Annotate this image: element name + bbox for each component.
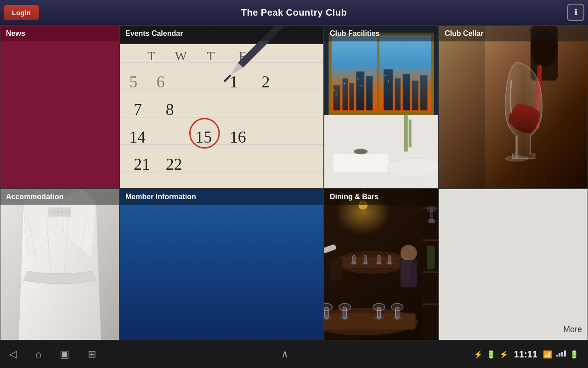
cellar-image xyxy=(439,26,588,188)
dining-label: Dining & Bars xyxy=(324,189,438,205)
dining-tile[interactable]: Dining & Bars xyxy=(324,189,439,340)
svg-rect-47 xyxy=(344,83,345,84)
svg-rect-48 xyxy=(357,78,358,79)
svg-point-117 xyxy=(339,303,351,310)
svg-point-114 xyxy=(324,303,333,310)
battery-level-icon: 🔋 xyxy=(570,350,579,359)
svg-rect-49 xyxy=(361,85,362,86)
svg-point-123 xyxy=(391,303,403,310)
clock: 11:11 xyxy=(514,349,537,360)
svg-rect-45 xyxy=(334,90,335,91)
events-label: Events Calendar xyxy=(120,26,323,41)
svg-point-80 xyxy=(427,207,436,212)
svg-text:16: 16 xyxy=(230,128,246,146)
accommodation-tile[interactable]: Accommodation xyxy=(0,189,119,340)
svg-text:2: 2 xyxy=(262,73,270,91)
more-label: More xyxy=(563,325,582,334)
app-title: The Peak Country Club xyxy=(241,7,347,18)
back-button[interactable]: ◁ xyxy=(9,348,17,360)
app-header: Login The Peak Country Club ℹ xyxy=(0,0,588,25)
battery-icon: 🔋 xyxy=(486,350,496,359)
svg-text:22: 22 xyxy=(166,155,182,173)
svg-point-58 xyxy=(354,149,368,154)
bottom-bar: ◁ ⌂ ▣ ⊞ ∧ ⚡ 🔋 ⚡ 11:11 📶 🔋 xyxy=(0,340,588,368)
nav-left: ◁ ⌂ ▣ ⊞ xyxy=(9,348,96,360)
svg-rect-111 xyxy=(324,313,416,329)
svg-rect-41 xyxy=(395,78,401,110)
svg-rect-37 xyxy=(349,83,354,110)
svg-point-55 xyxy=(388,158,438,177)
svg-text:T: T xyxy=(207,49,215,63)
qr-button[interactable]: ⊞ xyxy=(88,348,96,360)
svg-rect-33 xyxy=(329,112,434,115)
svg-rect-108 xyxy=(331,258,343,281)
svg-rect-43 xyxy=(412,80,418,110)
facilities-tile[interactable]: Club Facilities xyxy=(324,25,439,189)
accommodation-image xyxy=(0,189,119,340)
svg-point-120 xyxy=(373,303,385,310)
info-button[interactable]: ℹ xyxy=(567,4,584,21)
svg-text:T: T xyxy=(147,49,155,63)
svg-rect-57 xyxy=(409,120,412,147)
news-tile[interactable]: News xyxy=(0,25,119,189)
login-button[interactable]: Login xyxy=(4,5,39,20)
calendar-image: T W T F 1 2 7 8 14 15 16 21 22 5 6 xyxy=(120,26,323,188)
chevron-up-button[interactable]: ∧ xyxy=(281,348,288,360)
svg-rect-105 xyxy=(378,255,380,264)
svg-rect-38 xyxy=(356,71,364,110)
signal-icon xyxy=(556,350,566,358)
svg-rect-103 xyxy=(364,255,367,264)
svg-rect-90 xyxy=(427,246,434,269)
events-tile[interactable]: Events Calendar T W T F 1 2 7 8 xyxy=(119,25,324,189)
member-image xyxy=(120,189,323,340)
svg-rect-62 xyxy=(515,136,518,159)
svg-rect-31 xyxy=(431,33,434,115)
svg-text:7: 7 xyxy=(134,100,142,119)
svg-text:8: 8 xyxy=(166,100,174,119)
svg-rect-42 xyxy=(403,74,410,110)
dining-image xyxy=(324,189,438,340)
status-bar: ⚡ 🔋 ⚡ 11:11 📶 🔋 xyxy=(474,349,579,360)
svg-point-63 xyxy=(505,155,528,161)
svg-rect-44 xyxy=(420,75,428,110)
wifi-icon: 📶 xyxy=(543,350,552,359)
member-label: Member Information xyxy=(120,189,323,205)
charge-icon: ⚡ xyxy=(499,350,509,359)
svg-rect-54 xyxy=(334,154,388,172)
more-tile[interactable]: More xyxy=(439,189,588,340)
svg-text:15: 15 xyxy=(195,128,212,146)
svg-rect-75 xyxy=(422,239,438,241)
info-icon: ℹ xyxy=(574,7,577,17)
svg-text:21: 21 xyxy=(134,155,150,173)
cellar-tile[interactable]: Club Cellar xyxy=(439,25,588,189)
svg-rect-101 xyxy=(352,255,355,264)
svg-rect-99 xyxy=(338,257,407,268)
svg-point-129 xyxy=(401,245,417,261)
recents-button[interactable]: ▣ xyxy=(60,348,69,360)
svg-rect-46 xyxy=(336,94,337,95)
facilities-image xyxy=(324,26,438,188)
cellar-label: Club Cellar xyxy=(439,26,588,41)
svg-rect-52 xyxy=(324,115,438,188)
main-grid: News Events Calendar T W T F 1 2 7 xyxy=(0,25,588,340)
svg-rect-130 xyxy=(401,260,417,288)
home-button[interactable]: ⌂ xyxy=(35,348,41,360)
svg-rect-76 xyxy=(422,271,438,273)
svg-text:6: 6 xyxy=(157,73,165,91)
svg-rect-36 xyxy=(342,78,348,110)
svg-rect-50 xyxy=(384,75,385,76)
svg-rect-77 xyxy=(422,303,438,305)
svg-rect-30 xyxy=(329,33,332,115)
member-tile[interactable]: Member Information xyxy=(119,189,324,340)
news-label: News xyxy=(0,26,119,41)
svg-rect-64 xyxy=(439,26,485,188)
svg-text:5: 5 xyxy=(129,73,137,91)
svg-rect-107 xyxy=(388,255,391,264)
svg-rect-35 xyxy=(334,85,340,110)
svg-rect-34 xyxy=(377,33,379,115)
svg-text:W: W xyxy=(175,49,187,63)
svg-rect-51 xyxy=(388,80,389,81)
svg-rect-39 xyxy=(366,76,373,110)
svg-rect-56 xyxy=(404,115,408,152)
accommodation-label: Accommodation xyxy=(0,189,119,205)
